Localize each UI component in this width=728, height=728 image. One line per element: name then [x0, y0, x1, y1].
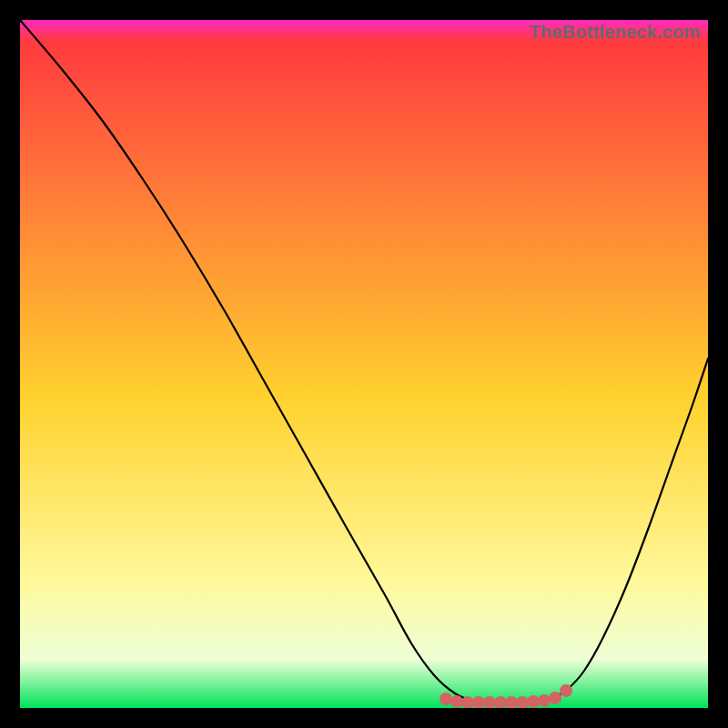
plot-area: TheBottleneck.com: [20, 20, 708, 708]
optimal-marker: [549, 692, 561, 704]
optimal-marker: [440, 693, 452, 705]
chart-frame: TheBottleneck.com: [0, 0, 728, 728]
optimal-marker: [450, 695, 463, 708]
optimal-marker: [538, 694, 551, 707]
watermark-text: TheBottleneck.com: [530, 22, 701, 43]
optimal-marker: [527, 695, 540, 708]
bottleneck-chart: [20, 20, 708, 708]
optimal-marker: [560, 684, 572, 697]
gradient-background: [20, 20, 708, 708]
